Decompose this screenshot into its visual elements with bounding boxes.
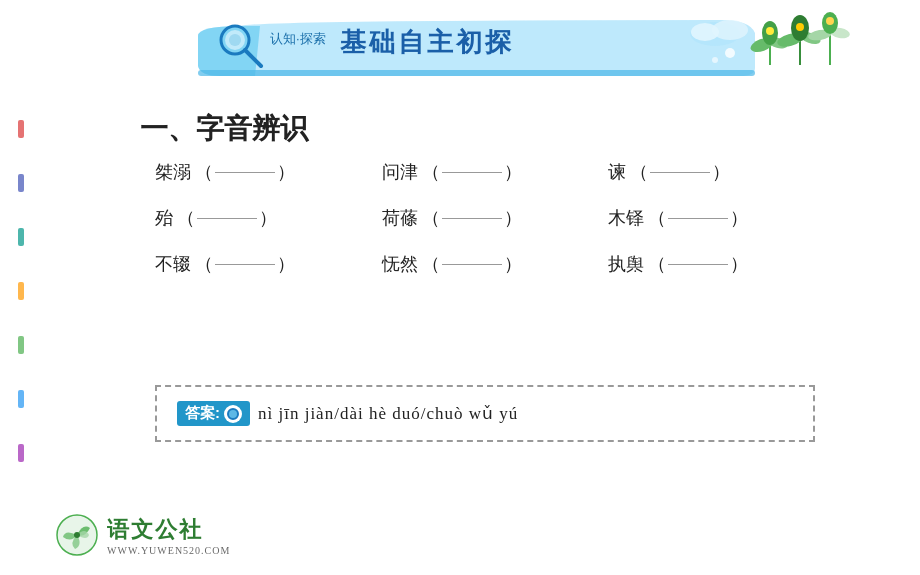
vocab-item-2-2: 荷蓧 （） xyxy=(382,206,609,230)
vocab-paren: （） xyxy=(422,160,522,184)
vocab-grid: 桀溺 （） 问津 （） 谏 （） 殆 （） 荷蓧 （） 木铎 （） 不辍 （） xyxy=(155,160,835,298)
vocab-char: 怃然 xyxy=(382,252,418,276)
vocab-row-2: 殆 （） 荷蓧 （） 木铎 （） xyxy=(155,206,835,230)
logo-text-block: 语文公社 WWW.YUWEN520.COM xyxy=(107,515,230,556)
vocab-row-3: 不辍 （） 怃然 （） 执舆 （） xyxy=(155,252,835,276)
vocab-item-2-3: 木铎 （） xyxy=(608,206,835,230)
vocab-paren: （） xyxy=(648,252,748,276)
svg-point-22 xyxy=(766,27,774,35)
vocab-char: 问津 xyxy=(382,160,418,184)
svg-point-26 xyxy=(74,532,80,538)
vocab-char: 木铎 xyxy=(608,206,644,230)
vocab-paren: （） xyxy=(177,206,277,230)
vocab-char: 殆 xyxy=(155,206,173,230)
footer-logo: 语文公社 WWW.YUWEN520.COM xyxy=(55,513,230,557)
small-label: 认知·探索 xyxy=(270,30,326,48)
vocab-char: 荷蓧 xyxy=(382,206,418,230)
svg-point-24 xyxy=(826,17,834,25)
vocab-paren: （） xyxy=(422,206,522,230)
svg-line-5 xyxy=(245,50,261,66)
vocab-char: 不辍 xyxy=(155,252,191,276)
vocab-item-3-2: 怃然 （） xyxy=(382,252,609,276)
vocab-char: 谏 xyxy=(608,160,626,184)
magnifier-icon xyxy=(215,20,270,79)
logo-main-text: 语文公社 xyxy=(107,515,230,545)
vocab-item-2-1: 殆 （） xyxy=(155,206,382,230)
vocab-row-1: 桀溺 （） 问津 （） 谏 （） xyxy=(155,160,835,184)
left-bar-1 xyxy=(18,120,24,138)
left-bar-7 xyxy=(18,444,24,462)
answer-circle-icon xyxy=(224,405,242,423)
section-title: 一、字音辨识 xyxy=(140,110,308,148)
vocab-item-1-2: 问津 （） xyxy=(382,160,609,184)
vocab-char: 执舆 xyxy=(608,252,644,276)
answer-label: 答案: xyxy=(177,401,250,426)
logo-svg xyxy=(55,513,99,557)
vocab-paren: （） xyxy=(195,252,295,276)
svg-point-9 xyxy=(691,23,719,41)
answer-text: nì jīn jiàn/dài hè duó/chuò wǔ yú xyxy=(258,403,793,424)
vocab-paren: （） xyxy=(648,206,748,230)
deco-plants xyxy=(740,5,860,74)
logo-sub-text: WWW.YUWEN520.COM xyxy=(107,545,230,556)
answer-circle-inner xyxy=(227,408,239,420)
header-title: 基础自主初探 xyxy=(340,25,514,60)
vocab-item-3-3: 执舆 （） xyxy=(608,252,835,276)
left-bar-6 xyxy=(18,390,24,408)
left-bar-2 xyxy=(18,174,24,192)
vocab-paren: （） xyxy=(422,252,522,276)
vocab-paren: （） xyxy=(195,160,295,184)
left-bar-3 xyxy=(18,228,24,246)
vocab-paren: （） xyxy=(630,160,730,184)
answer-box: 答案: nì jīn jiàn/dài hè duó/chuò wǔ yú xyxy=(155,385,815,442)
left-bar-4 xyxy=(18,282,24,300)
answer-label-text: 答案: xyxy=(185,404,220,423)
left-bars xyxy=(18,120,24,462)
left-bar-5 xyxy=(18,336,24,354)
svg-point-23 xyxy=(796,23,804,31)
vocab-item-3-1: 不辍 （） xyxy=(155,252,382,276)
vocab-item-1-1: 桀溺 （） xyxy=(155,160,382,184)
svg-point-6 xyxy=(229,34,241,46)
vocab-char: 桀溺 xyxy=(155,160,191,184)
vocab-item-1-3: 谏 （） xyxy=(608,160,835,184)
svg-point-2 xyxy=(712,57,718,63)
svg-rect-0 xyxy=(198,70,755,76)
